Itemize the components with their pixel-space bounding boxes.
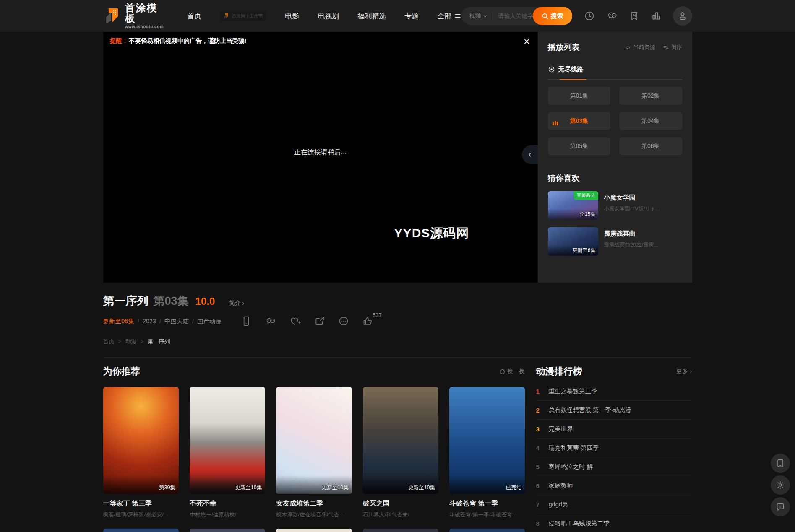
ranking-title: 动漫排行榜	[536, 365, 582, 378]
episode-button-1[interactable]: 第01集	[548, 87, 611, 105]
partial-poster[interactable]	[103, 529, 179, 532]
warning-prefix: 提醒：	[110, 37, 128, 45]
guess-card-2[interactable]: 更新至6集 霹雳战冥曲 霹雳战冥曲2022/霹雳...	[548, 227, 682, 256]
ranking-item-8[interactable]: 8 侵略吧！乌贼娘第二季	[536, 514, 692, 532]
share-icon[interactable]	[314, 316, 325, 327]
search-category-dropdown[interactable]: 视频	[469, 12, 487, 20]
nav-item-welfare[interactable]: 福利精选	[357, 11, 386, 21]
line-tab[interactable]: 无尽线路	[558, 65, 584, 73]
breadcrumb-current: 第一序列	[136, 338, 170, 345]
playing-bars-icon	[553, 121, 558, 125]
breadcrumb-home[interactable]: 首页	[103, 338, 115, 345]
episode-button-3-label: 第03集	[570, 117, 588, 125]
refresh-recommend-label: 换一换	[508, 368, 525, 375]
reverse-order-button[interactable]: 倒序	[663, 44, 682, 51]
episode-button-2[interactable]: 第02集	[619, 87, 682, 105]
player-watermark: YYDS源码网	[394, 225, 469, 242]
ranking-item-7[interactable]: 7 gdgd男	[536, 495, 692, 514]
rank-number: 5	[536, 463, 549, 470]
site-url: www.ishoutu.com	[125, 25, 164, 29]
close-icon[interactable]: ✕	[522, 37, 532, 47]
nav-item-all-label: 全部	[437, 11, 451, 21]
recommend-card-2-subtitle: 中村悠一/佳原萌枝/	[190, 511, 265, 519]
workshop-badge[interactable]: 首涂网 | 工作室	[220, 11, 266, 21]
thumbs-up-icon	[362, 316, 373, 327]
action-icon-group: 537	[241, 315, 373, 327]
recommend-card-3-subtitle: 榎木淳弥/佐仓绫音/和气杏...	[276, 511, 352, 519]
ranking-item-4[interactable]: 4 瑞克和莫蒂 第四季	[536, 439, 692, 457]
person-icon	[677, 10, 688, 21]
partial-poster[interactable]	[449, 529, 525, 532]
user-avatar[interactable]	[673, 6, 692, 26]
refresh-recommend-button[interactable]: 换一换	[499, 368, 525, 375]
recommend-card-5[interactable]: 已完结 斗破苍穹 第一季 斗破苍穹/第一季/斗破苍穹...	[449, 387, 525, 519]
active-tab-indicator	[560, 79, 586, 80]
nav-item-home[interactable]: 首页	[187, 11, 201, 21]
recommend-card-1[interactable]: 第39集 一等家丁 第三季 枫茗/橙璃/罗梓弦/谢必安/...	[103, 387, 179, 519]
workshop-badge-icon	[223, 13, 229, 19]
video-score: 10.0	[195, 296, 215, 307]
guess-card-1-title: 小魔女学园	[604, 194, 660, 202]
partial-poster[interactable]	[276, 529, 352, 532]
ranking-item-3[interactable]: 3 完美世界	[536, 420, 692, 439]
episode-button-5[interactable]: 第05集	[548, 137, 611, 155]
episode-button-4[interactable]: 第04集	[619, 112, 682, 130]
wechat-share-icon[interactable]	[265, 315, 276, 327]
nav-item-movies[interactable]: 电影	[285, 11, 299, 21]
episode-button-6[interactable]: 第06集	[619, 137, 682, 155]
meta-category[interactable]: 国产动漫	[189, 317, 222, 325]
search-button[interactable]: 搜索	[533, 7, 572, 25]
bookmark-icon[interactable]	[629, 11, 639, 21]
mobile-app-button[interactable]	[771, 454, 790, 473]
wechat-icon[interactable]	[606, 10, 618, 22]
nav-item-all[interactable]: 全部	[437, 11, 461, 21]
video-player[interactable]: 提醒： 不要轻易相信视频中的广告，谨防上当受骗! ✕ 正在连接请稍后... YY…	[103, 32, 538, 283]
comment-icon[interactable]	[338, 316, 349, 327]
ranking-chart-icon[interactable]	[651, 10, 662, 21]
partial-poster[interactable]	[363, 529, 438, 532]
guess-you-like-title: 猜你喜欢	[548, 173, 682, 184]
section-divider	[103, 357, 692, 358]
ranking-more-link[interactable]: 更多 ›	[676, 368, 692, 375]
intro-link[interactable]: 简介 ›	[229, 299, 244, 307]
search-category-label: 视频	[469, 12, 481, 20]
like-button[interactable]: 537	[362, 316, 373, 327]
breadcrumb-anime[interactable]: 动漫	[115, 338, 137, 345]
favorite-icon[interactable]	[289, 316, 301, 327]
rank-number: 7	[536, 501, 549, 508]
line-source-icon	[548, 66, 555, 73]
rank-number: 3	[536, 426, 549, 433]
reverse-order-label: 倒序	[671, 44, 682, 51]
ranking-item-6[interactable]: 6 家庭教师	[536, 476, 692, 495]
refresh-icon	[499, 369, 506, 375]
current-resource-link[interactable]: 当前资源	[625, 44, 655, 51]
recommend-card-1-poster: 第39集	[103, 387, 179, 494]
settings-button[interactable]	[771, 475, 790, 495]
mobile-watch-icon[interactable]	[241, 316, 252, 327]
ranking-item-5[interactable]: 5 寒蝉鸣泣之时·解	[536, 457, 692, 476]
meta-update-status[interactable]: 更新至06集	[103, 317, 134, 325]
nav-item-tv[interactable]: 电视剧	[318, 11, 339, 21]
site-logo[interactable]: 首涂模板 www.ishoutu.com	[103, 3, 164, 29]
meta-year[interactable]: 2023	[134, 318, 156, 324]
recommend-card-2-badge: 更新至10集	[235, 484, 262, 491]
feedback-button[interactable]	[771, 497, 790, 516]
recommend-card-4[interactable]: 更新至10集 破灭之国 石川界人/和气杏未/	[363, 387, 438, 519]
ranking-item-2[interactable]: 2 总有妖怪想害朕 第一季·动态漫	[536, 401, 692, 420]
collapse-playlist-handle[interactable]	[522, 145, 538, 164]
video-info-section: 第一序列 第03集 10.0 简介 › 更新至06集 2023 中国大陆 国产动…	[103, 283, 692, 358]
rank-number: 2	[536, 407, 549, 414]
meta-region[interactable]: 中国大陆	[156, 317, 189, 325]
episode-button-3-active[interactable]: 第03集	[548, 112, 611, 130]
recommend-card-2[interactable]: 更新至10集 不死不幸 中村悠一/佳原萌枝/	[190, 387, 265, 519]
history-icon[interactable]	[584, 10, 595, 21]
recommend-card-3[interactable]: 更新至10集 女友成堆第二季 榎木淳弥/佐仓绫音/和气杏...	[276, 387, 352, 519]
partial-poster[interactable]	[190, 529, 265, 532]
floating-button-group	[771, 454, 790, 516]
guess-card-1[interactable]: 豆瓣高分 全25集 小魔女学园 小魔女学园/TV版/リト...	[548, 191, 682, 220]
ranking-list: 1 重生之慕甄第三季 2 总有妖怪想害朕 第一季·动态漫 3 完美世界 4 瑞克…	[536, 382, 692, 532]
ranking-item-1[interactable]: 1 重生之慕甄第三季	[536, 382, 692, 401]
douban-badge: 豆瓣高分	[574, 191, 598, 200]
recommend-card-grid: 第39集 一等家丁 第三季 枫茗/橙璃/罗梓弦/谢必安/... 更新至10集 不…	[103, 387, 525, 519]
nav-item-topics[interactable]: 专题	[404, 11, 419, 21]
